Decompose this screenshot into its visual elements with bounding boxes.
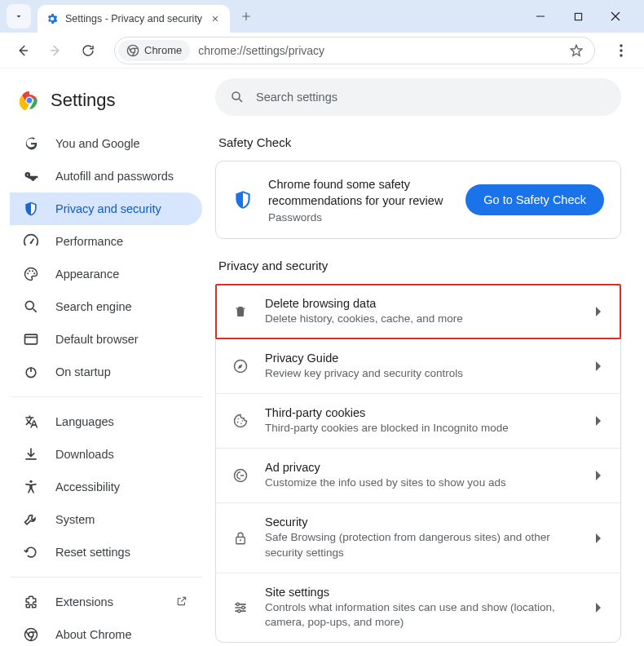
- gear-icon: [46, 12, 59, 25]
- sidebar-item-search-engine[interactable]: Search engine: [10, 290, 202, 323]
- speedometer-icon: [23, 233, 39, 250]
- close-icon: [611, 11, 620, 21]
- settings-search[interactable]: [215, 78, 621, 116]
- search-icon: [230, 90, 245, 104]
- window-titlebar: Settings - Privacy and security: [0, 0, 644, 33]
- svg-point-14: [25, 301, 33, 309]
- svg-point-3: [620, 44, 622, 46]
- setting-title: Third-party cookies: [265, 406, 578, 419]
- setting-sub: Third-party cookies are blocked in Incog…: [265, 421, 578, 436]
- sidebar-item-label: On startup: [55, 365, 111, 378]
- sidebar-divider: [10, 396, 202, 397]
- bookmark-button[interactable]: [565, 39, 588, 62]
- setting-site-settings[interactable]: Site settings Controls what information …: [216, 573, 620, 642]
- svg-point-29: [236, 603, 239, 605]
- search-icon: [23, 299, 39, 315]
- sidebar-item-appearance[interactable]: Appearance: [10, 258, 202, 290]
- sidebar-item-default-browser[interactable]: Default browser: [10, 323, 202, 356]
- svg-point-31: [238, 610, 240, 613]
- svg-rect-15: [25, 334, 37, 344]
- sidebar-item-label: Appearance: [55, 268, 119, 281]
- sidebar-item-languages[interactable]: Languages: [10, 405, 202, 438]
- reload-button[interactable]: [75, 38, 101, 64]
- palette-icon: [23, 266, 39, 282]
- tune-icon: [232, 600, 249, 616]
- tab-title: Settings - Privacy and security: [65, 13, 202, 24]
- url-text: chrome://settings/privacy: [198, 44, 324, 57]
- sidebar-item-autofill[interactable]: Autofill and passwords: [10, 160, 202, 192]
- browser-toolbar: Chrome chrome://settings/privacy: [0, 33, 644, 69]
- chrome-chip: Chrome: [118, 40, 190, 61]
- setting-privacy-guide[interactable]: Privacy Guide Review key privacy and sec…: [216, 338, 620, 393]
- sidebar-item-you-and-google[interactable]: You and Google: [10, 127, 202, 160]
- maximize-button[interactable]: [566, 4, 590, 29]
- window-controls: [528, 4, 637, 29]
- setting-ad-privacy[interactable]: Ad privacy Customize the info used by si…: [216, 448, 620, 502]
- setting-title: Delete browsing data: [265, 297, 578, 310]
- svg-point-5: [620, 54, 622, 56]
- svg-point-17: [29, 480, 32, 483]
- plus-icon: [240, 11, 252, 22]
- sidebar-item-system[interactable]: System: [10, 503, 202, 536]
- chevron-right-icon: [594, 471, 604, 480]
- sidebar-item-extensions[interactable]: Extensions: [10, 586, 202, 618]
- sidebar-item-label: Default browser: [55, 333, 139, 346]
- sidebar-header: Settings: [10, 78, 202, 127]
- shield-icon: [232, 189, 254, 210]
- browser-icon: [23, 331, 39, 347]
- setting-third-party-cookies[interactable]: Third-party cookies Third-party cookies …: [216, 393, 620, 448]
- setting-security[interactable]: Security Safe Browsing (protection from …: [216, 502, 620, 572]
- sidebar-item-about-chrome[interactable]: About Chrome: [10, 618, 202, 646]
- safety-check-heading: Safety Check: [218, 135, 631, 149]
- sidebar-item-accessibility[interactable]: Accessibility: [10, 471, 202, 503]
- chrome-icon: [126, 44, 139, 57]
- extension-icon: [23, 594, 39, 610]
- lock-icon: [232, 530, 249, 546]
- browser-menu-button[interactable]: [608, 38, 634, 64]
- privacy-settings-list: Delete browsing data Delete history, coo…: [215, 284, 621, 644]
- sidebar-item-reset[interactable]: Reset settings: [10, 536, 202, 569]
- sidebar-title: Settings: [51, 90, 116, 111]
- sidebar-item-on-startup[interactable]: On startup: [10, 356, 202, 388]
- safety-check-card: Chrome found some safety recommendations…: [215, 161, 621, 239]
- svg-point-4: [620, 49, 622, 51]
- svg-point-11: [29, 270, 30, 272]
- setting-title: Site settings: [265, 586, 578, 599]
- svg-point-23: [237, 422, 239, 423]
- tab-search-button[interactable]: [7, 4, 31, 29]
- settings-sidebar: Settings You and Google Autofill and pas…: [0, 69, 202, 646]
- address-bar[interactable]: Chrome chrome://settings/privacy: [114, 37, 595, 64]
- sidebar-item-label: Languages: [55, 415, 114, 428]
- search-input[interactable]: [256, 91, 607, 104]
- sidebar-item-downloads[interactable]: Downloads: [10, 438, 202, 471]
- back-button[interactable]: [10, 38, 36, 64]
- sidebar-item-privacy-security[interactable]: Privacy and security: [10, 192, 202, 225]
- forward-button[interactable]: [42, 38, 68, 64]
- browser-tab[interactable]: Settings - Privacy and security: [37, 5, 230, 33]
- svg-point-28: [240, 539, 241, 541]
- sidebar-item-label: Accessibility: [55, 480, 120, 493]
- sidebar-item-label: Privacy and security: [55, 202, 161, 215]
- svg-point-13: [33, 272, 35, 274]
- kebab-icon: [620, 44, 623, 57]
- setting-delete-browsing-data[interactable]: Delete browsing data Delete history, coo…: [216, 285, 620, 338]
- minimize-button[interactable]: [528, 4, 553, 29]
- safety-check-title: Chrome found some safety recommendations…: [268, 176, 451, 210]
- chevron-right-icon: [594, 603, 604, 613]
- svg-point-9: [30, 241, 33, 244]
- svg-point-25: [242, 420, 244, 422]
- star-icon: [569, 43, 584, 58]
- chrome-chip-label: Chrome: [144, 44, 182, 56]
- new-tab-button[interactable]: [235, 5, 258, 28]
- safety-check-sub: Passwords: [268, 211, 451, 223]
- close-tab-button[interactable]: [209, 12, 222, 25]
- go-to-safety-check-button[interactable]: Go to Safety Check: [465, 184, 604, 215]
- google-g-icon: [23, 135, 39, 152]
- close-window-button[interactable]: [603, 4, 628, 29]
- sidebar-item-performance[interactable]: Performance: [10, 225, 202, 258]
- arrow-right-icon: [48, 43, 63, 58]
- sidebar-item-label: About Chrome: [55, 628, 132, 641]
- setting-sub: Customize the info used by sites to show…: [265, 476, 578, 490]
- chevron-right-icon: [594, 307, 604, 316]
- setting-sub: Safe Browsing (protection from dangerous…: [265, 530, 578, 560]
